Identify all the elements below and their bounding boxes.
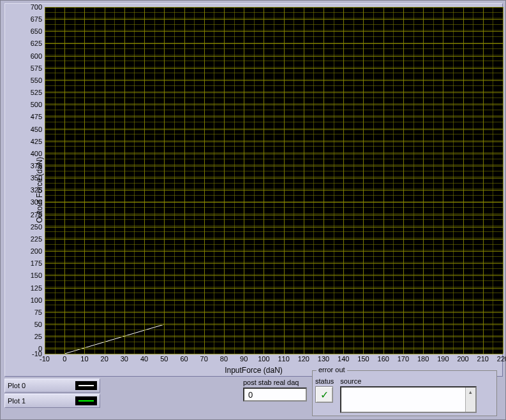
legend-swatch	[75, 396, 97, 405]
error-out-label: error out	[316, 366, 347, 373]
plot-area[interactable]	[45, 7, 503, 354]
y-ticks: -100255075100125150175200225250275300325…	[24, 7, 43, 354]
check-icon: ✓	[320, 389, 329, 401]
xy-graph[interactable]: Outout Force (daN) InputForce (daN) -100…	[4, 3, 503, 377]
x-axis-label: InputForce (daN)	[225, 366, 283, 375]
x-ticks: -100102030405060708090100110120130140150…	[45, 354, 503, 364]
post-stab-value[interactable]: 0	[243, 387, 307, 402]
legend-item-plot1[interactable]: Plot 1	[4, 394, 100, 408]
source-label: source	[340, 377, 494, 385]
error-out-cluster: error out status ✓ source	[312, 370, 497, 416]
source-textbox[interactable]	[340, 386, 477, 413]
status-label: status	[315, 377, 334, 385]
post-stab-label: post stab real daq	[243, 379, 307, 386]
legend-label: Plot 1	[8, 397, 71, 405]
labview-panel: Outout Force (daN) InputForce (daN) -100…	[0, 0, 506, 420]
legend: Plot 0 Plot 1	[4, 379, 100, 417]
legend-item-plot0[interactable]: Plot 0	[4, 379, 100, 393]
scrollbar[interactable]	[465, 387, 475, 412]
post-stab-field: post stab real daq 0	[243, 379, 307, 402]
status-indicator: ✓	[315, 386, 333, 403]
legend-swatch	[75, 381, 97, 390]
legend-label: Plot 0	[8, 382, 71, 389]
